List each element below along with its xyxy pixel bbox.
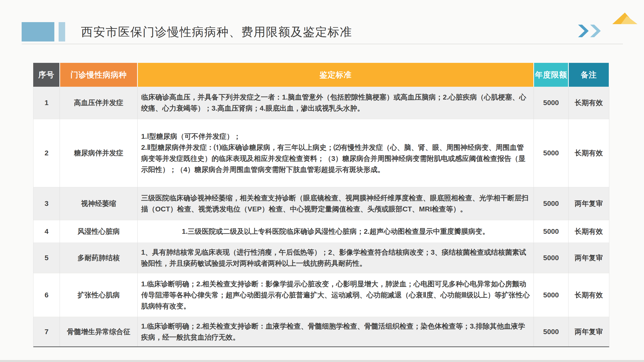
row-limit: 5000 [534, 243, 568, 273]
header-no: 序号 [33, 63, 59, 87]
row-standard: 1.Ⅰ型糖尿病（可不伴并发症）； 2.Ⅱ型糖尿病伴并发症：⑴临床确诊糖尿病，有三… [137, 119, 534, 187]
row-no: 3 [33, 187, 60, 220]
row-disease: 多耐药肺结核 [60, 243, 137, 273]
row-note: 长期有效 [568, 220, 609, 243]
mountain-icon [612, 13, 637, 24]
slide-bottom-edge [0, 360, 644, 362]
header-limit: 年度限额 [533, 63, 568, 87]
row-note: 长期有效 [568, 87, 609, 119]
row-disease: 高血压伴并发症 [60, 87, 137, 119]
row-limit: 5000 [534, 187, 568, 220]
row-note: 两年复审 [568, 243, 609, 273]
row-note: 两年复审 [568, 317, 609, 346]
title-accent-rect-small [59, 22, 65, 41]
table-row: 3 视神经萎缩 三级医院临床确诊视神经萎缩，相关检查支持诊断（眼底镜检查、视网膜… [33, 187, 609, 220]
table-body: 1 高血压伴并发症 临床确诊高血压，并具备下列并发症之一者：1.脑血管意外（包括… [33, 87, 609, 347]
page-title: 西安市医保门诊慢性病病种、费用限额及鉴定标准 [81, 24, 352, 40]
chronic-disease-table: 序号 门诊慢性病病种 鉴定标准 年度限额 备注 1 高血压伴并发症 临床确诊高血… [33, 63, 609, 347]
table-row: 1 高血压伴并发症 临床确诊高血压，并具备下列并发症之一者：1.脑血管意外（包括… [33, 87, 609, 119]
row-no: 7 [33, 317, 60, 346]
row-no: 5 [33, 243, 60, 273]
row-no: 1 [33, 87, 60, 119]
row-limit: 5000 [534, 87, 568, 119]
title-accent-rect [22, 22, 54, 41]
table-row: 7 骨髓增生异常综合征 1.临床诊断明确；2.相关检查支持诊断：血液学检查、骨髓… [33, 317, 609, 347]
table-row: 5 多耐药肺结核 1、具有肺结核常见临床表现（进行性消瘦，午后低热等）；2、影像… [33, 243, 609, 273]
header-note: 备注 [568, 63, 609, 87]
row-standard: 临床确诊高血压，并具备下列并发症之一者：1.脑血管意外（包括腔隙性脑梗塞）或高血… [137, 87, 534, 119]
slide: 西安市医保门诊慢性病病种、费用限额及鉴定标准 序号 门诊慢性病病种 鉴定标准 年… [0, 0, 644, 362]
row-note: 长期有效 [568, 119, 609, 187]
row-limit: 5000 [534, 273, 568, 317]
table-row: 6 扩张性心肌病 1.临床诊断明确；2.相关检查支持诊断：影像学提示心脏改变，心… [33, 273, 609, 317]
table-row: 4 风湿性心脏病 1.三级医院或二级及以上专科医院临床确诊风湿性心脏病；2.超声… [33, 220, 609, 243]
row-standard: 1、具有肺结核常见临床表现（进行性消瘦，午后低热等）；2、影像学检查符合结核病改… [137, 243, 534, 273]
row-no: 6 [33, 273, 60, 317]
header-standard: 鉴定标准 [137, 63, 533, 87]
row-disease: 风湿性心脏病 [60, 220, 137, 243]
row-no: 2 [33, 119, 60, 187]
double-chevron-icon [578, 25, 602, 37]
row-disease: 糖尿病伴并发症 [60, 119, 137, 187]
row-limit: 5000 [534, 119, 568, 187]
table-header-row: 序号 门诊慢性病病种 鉴定标准 年度限额 备注 [33, 63, 609, 87]
row-no: 4 [33, 220, 60, 243]
row-standard: 1.临床诊断明确；2.相关检查支持诊断：血液学检查、骨髓细胞学检查、骨髓活组织检… [137, 317, 534, 346]
header-disease: 门诊慢性病病种 [59, 63, 137, 87]
row-standard: 1.三级医院或二级及以上专科医院临床确诊风湿性心脏病；2.超声心动图检查显示中重… [137, 220, 534, 243]
title-divider [22, 44, 623, 44]
row-note: 两年复审 [568, 187, 609, 220]
table-row: 2 糖尿病伴并发症 1.Ⅰ型糖尿病（可不伴并发症）； 2.Ⅱ型糖尿病伴并发症：⑴… [33, 119, 609, 187]
row-standard: 1.临床诊断明确；2.相关检查支持诊断：影像学提示心脏改变，心影明显增大，肺淤血… [137, 273, 534, 317]
row-disease: 骨髓增生异常综合征 [60, 317, 137, 346]
row-disease: 扩张性心肌病 [60, 273, 137, 317]
row-note: 长期有效 [568, 273, 609, 317]
row-standard: 三级医院临床确诊视神经萎缩，相关检查支持诊断（眼底镜检查、视网膜神经纤维厚度检查… [137, 187, 534, 220]
row-limit: 5000 [534, 220, 568, 243]
row-disease: 视神经萎缩 [60, 187, 137, 220]
row-limit: 5000 [534, 317, 568, 346]
